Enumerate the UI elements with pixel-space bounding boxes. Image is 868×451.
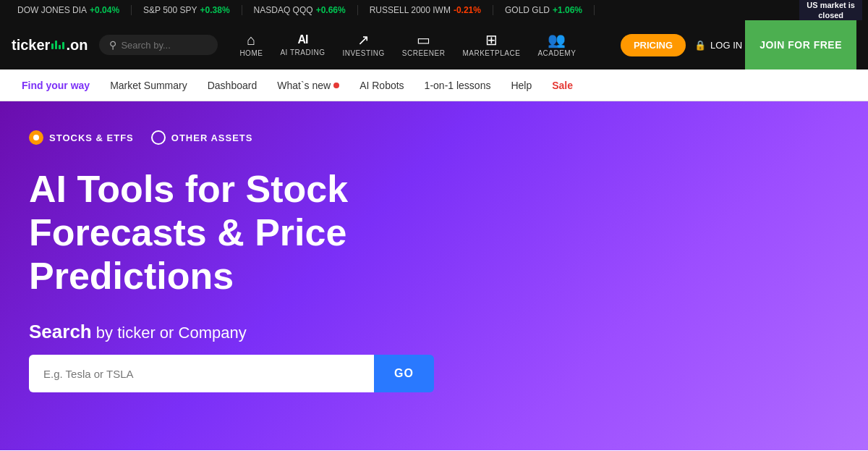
stocks-etfs-label: STOCKS & ETFS (49, 132, 134, 143)
ticker-sp500-change: +0.38% (200, 5, 230, 15)
ticker-russell-label: RUSSELL 2000 IWM (370, 5, 451, 15)
sub-nav-item-whats-new[interactable]: What`s new (267, 69, 349, 101)
nav-item-investing[interactable]: ↗ INVESTING (335, 28, 391, 62)
nav-ai-trading-label: AI TRADING (280, 49, 325, 56)
nav-marketplace-label: MARKETPLACE (462, 49, 520, 57)
nav-item-screener[interactable]: ▭ SCREENER (395, 28, 453, 62)
ticker-russell[interactable]: RUSSELL 2000 IWM -0.21% (358, 5, 493, 15)
ticker-nasdaq-change: +0.66% (316, 5, 346, 15)
search-label-rest: by ticker or Company (92, 324, 247, 342)
asset-toggle: STOCKS & ETFS OTHER ASSETS (29, 130, 839, 145)
hero-go-button[interactable]: GO (374, 355, 434, 392)
hero-section: STOCKS & ETFS OTHER ASSETS AI Tools for … (0, 101, 868, 450)
search-icon: ⚲ (109, 39, 116, 51)
search-label: Search by ticker or Company (29, 321, 839, 343)
hero-search-input[interactable] (29, 355, 374, 392)
nav-academy-label: ACADEMY (537, 49, 576, 57)
logo-bars (51, 41, 64, 49)
hero-title: AI Tools for Stock Forecasts & Price Pre… (29, 168, 535, 298)
nav-search[interactable]: ⚲ (99, 35, 218, 55)
sub-nav-item-dashboard[interactable]: Dashboard (197, 69, 268, 101)
logo-text: ticker (12, 37, 50, 54)
logo-suffix: .on (66, 37, 88, 54)
academy-icon: 👥 (548, 33, 566, 47)
stocks-radio (29, 130, 43, 145)
nav-screener-label: SCREENER (402, 49, 446, 57)
sub-nav: Find your way Market Summary Dashboard W… (0, 69, 868, 101)
login-button[interactable]: 🔒 LOG IN (694, 40, 742, 51)
pricing-button[interactable]: PRICING (621, 34, 686, 56)
ticker-dow[interactable]: DOW JONES DIA +0.04% (6, 5, 132, 15)
nav-right: PRICING 🔒 LOG IN (621, 34, 742, 56)
sub-nav-item-help[interactable]: Help (501, 69, 542, 101)
search-input[interactable] (121, 40, 208, 51)
ticker-sp500-label: S&P 500 SPY (143, 5, 197, 15)
ticker-bar: DOW JONES DIA +0.04% S&P 500 SPY +0.38% … (0, 0, 868, 20)
marketplace-icon: ⊞ (485, 33, 498, 47)
nav-investing-label: INVESTING (342, 49, 384, 57)
investing-icon: ↗ (357, 33, 370, 47)
nav-item-home[interactable]: ⌂ HOME (232, 28, 270, 62)
ticker-nasdaq-label: NASDAQ QQQ (254, 5, 313, 15)
ticker-dow-label: DOW JONES DIA (17, 5, 87, 15)
sub-nav-item-1on1-lessons[interactable]: 1-on-1 lessons (414, 69, 501, 101)
main-nav: ticker .on ⚲ ⌂ HOME AI AI TRADING ↗ INVE… (0, 20, 868, 69)
ticker-gold-label: GOLD GLD (505, 5, 550, 15)
ticker-russell-change: -0.21% (454, 5, 481, 15)
market-status: US market isclosed (799, 0, 862, 20)
new-indicator-dot (333, 83, 339, 88)
nav-item-marketplace[interactable]: ⊞ MARKETPLACE (455, 28, 527, 62)
ticker-gold[interactable]: GOLD GLD +1.06% (493, 5, 595, 15)
toggle-other-assets[interactable]: OTHER ASSETS (151, 130, 253, 145)
nav-item-ai-trading[interactable]: AI AI TRADING (273, 29, 332, 61)
ticker-sp500[interactable]: S&P 500 SPY +0.38% (132, 5, 242, 15)
sub-nav-item-sale[interactable]: Sale (542, 69, 583, 101)
home-icon: ⌂ (247, 33, 255, 47)
join-button[interactable]: JOIN FOR FREE (745, 20, 856, 69)
screener-icon: ▭ (417, 33, 430, 47)
hero-search-bar: GO (29, 355, 434, 392)
other-assets-radio (151, 130, 166, 145)
sub-nav-item-market-summary[interactable]: Market Summary (100, 69, 197, 101)
ticker-nasdaq[interactable]: NASDAQ QQQ +0.66% (242, 5, 358, 15)
other-assets-label: OTHER ASSETS (171, 132, 253, 143)
ai-trading-icon: AI (297, 33, 307, 46)
lock-icon: 🔒 (694, 40, 706, 51)
nav-home-label: HOME (239, 49, 263, 57)
toggle-stocks-etfs[interactable]: STOCKS & ETFS (29, 130, 134, 145)
ticker-gold-change: +1.06% (553, 5, 582, 15)
nav-item-academy[interactable]: 👥 ACADEMY (530, 28, 583, 62)
sub-nav-item-find-your-way[interactable]: Find your way (12, 69, 100, 101)
search-label-bold: Search (29, 321, 92, 342)
sub-nav-item-ai-robots[interactable]: AI Robots (349, 69, 414, 101)
ticker-dow-change: +0.04% (90, 5, 119, 15)
login-label: LOG IN (710, 40, 742, 51)
logo[interactable]: ticker .on (12, 37, 88, 54)
